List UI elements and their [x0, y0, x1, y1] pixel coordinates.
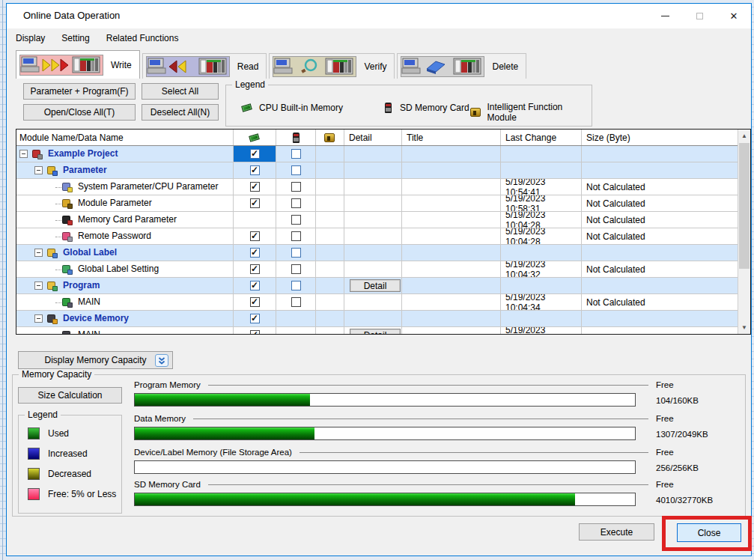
cell-cpu-memory[interactable]: ✓ [234, 195, 276, 211]
cell-sd-card[interactable] [276, 212, 316, 228]
cell-cpu-memory[interactable]: ✓ [234, 294, 276, 310]
column-ifm[interactable] [316, 130, 344, 145]
column-title[interactable]: Title [402, 130, 501, 145]
checkbox-cpu-memory[interactable]: ✓ [250, 182, 260, 192]
titlebar[interactable]: Online Data Operation ✕ [7, 4, 751, 28]
scroll-down-icon[interactable]: ▼ [738, 321, 750, 334]
tree-item[interactable]: Memory Card Parameter [16, 212, 234, 228]
checkbox-cpu-memory[interactable]: ✓ [250, 281, 260, 290]
checkbox-sd-card[interactable] [291, 165, 301, 175]
tree-collapse-icon[interactable] [34, 166, 43, 174]
tree-item[interactable]: MAIN [16, 327, 234, 335]
cell-sd-card[interactable] [276, 245, 316, 261]
parameter-program-button[interactable]: Parameter + Program(F) [23, 83, 136, 100]
column-detail[interactable]: Detail [344, 130, 402, 145]
tree-collapse-icon[interactable] [34, 249, 43, 257]
cell-ifm [316, 179, 344, 195]
tree-item[interactable]: Device Memory [16, 311, 234, 326]
checkbox-sd-card[interactable] [291, 231, 301, 241]
tree-item[interactable]: System Parameter/CPU Parameter [16, 179, 234, 195]
tab-verify[interactable]: Verify [269, 53, 395, 79]
display-memory-capacity-button[interactable]: Display Memory Capacity [18, 351, 173, 369]
detail-button[interactable]: Detail [350, 279, 401, 292]
checkbox-cpu-memory[interactable]: ✓ [250, 198, 260, 208]
tree-item[interactable]: Global Label [16, 245, 234, 261]
cell-sd-card[interactable] [276, 179, 316, 195]
checkbox-cpu-memory[interactable]: ✓ [250, 264, 260, 274]
column-module-name[interactable]: Module Name/Data Name [16, 130, 234, 145]
tab-delete-label: Delete [489, 61, 521, 72]
cell-sd-card[interactable] [276, 294, 316, 310]
scrollbar-thumb[interactable] [739, 143, 750, 269]
cell-cpu-memory[interactable]: ✓ [234, 228, 276, 244]
cell-cpu-memory[interactable]: ✓ [234, 179, 276, 195]
tab-write[interactable]: Write [16, 50, 140, 79]
tree-item[interactable]: Module Parameter [16, 195, 234, 211]
legend-cpu-label: CPU Built-in Memory [259, 103, 343, 113]
table-scrollbar[interactable]: ▲ ▼ [738, 130, 750, 334]
cell-sd-card[interactable] [276, 228, 316, 244]
tree-collapse-icon[interactable] [34, 314, 43, 323]
close-window-button[interactable]: ✕ [717, 4, 751, 28]
cell-sd-card[interactable] [276, 278, 316, 293]
execute-button[interactable]: Execute [579, 523, 654, 541]
checkbox-cpu-memory[interactable]: ✓ [250, 248, 260, 258]
tree-collapse-icon[interactable] [19, 150, 28, 158]
tree-item[interactable]: Parameter [16, 162, 234, 178]
cell-sd-card[interactable] [276, 311, 316, 326]
checkbox-cpu-memory[interactable]: ✓ [250, 297, 260, 307]
cpu-built-in-memory-icon [241, 102, 254, 114]
column-cpu-memory[interactable] [234, 130, 276, 145]
tree-item[interactable]: Program [16, 278, 234, 293]
minimize-button[interactable] [648, 4, 682, 28]
checkbox-cpu-memory[interactable]: ✓ [250, 149, 260, 159]
cell-sd-card[interactable] [276, 162, 316, 178]
checkbox-sd-card[interactable] [291, 198, 301, 208]
checkbox-sd-card[interactable] [291, 264, 301, 274]
checkbox-sd-card[interactable] [291, 182, 301, 192]
menu-setting[interactable]: Setting [54, 30, 97, 46]
cell-cpu-memory[interactable]: ✓ [234, 278, 276, 293]
cell-sd-card[interactable] [276, 327, 316, 335]
checkbox-cpu-memory[interactable]: ✓ [250, 314, 260, 323]
checkbox-cpu-memory[interactable]: ✓ [250, 231, 260, 241]
scroll-up-icon[interactable]: ▲ [738, 130, 750, 142]
checkbox-cpu-memory[interactable]: ✓ [250, 165, 260, 175]
checkbox-sd-card[interactable] [291, 149, 301, 159]
cell-cpu-memory[interactable] [234, 212, 276, 228]
write-icon [19, 55, 103, 76]
cell-cpu-memory[interactable]: ✓ [234, 146, 276, 162]
cell-cpu-memory[interactable]: ✓ [234, 162, 276, 178]
checkbox-sd-card[interactable] [291, 215, 301, 225]
checkbox-sd-card[interactable] [291, 281, 301, 290]
deselect-all-button[interactable]: Deselect All(N) [142, 104, 219, 121]
tab-read[interactable]: Read [142, 53, 267, 79]
checkbox-sd-card[interactable] [291, 248, 301, 258]
column-sd-card[interactable] [276, 130, 316, 145]
cell-sd-card[interactable] [276, 146, 316, 162]
column-size[interactable]: Size (Byte) [582, 130, 726, 145]
tree-collapse-icon[interactable] [34, 281, 43, 290]
cell-title [402, 146, 501, 162]
menu-display[interactable]: Display [8, 30, 52, 46]
cell-cpu-memory[interactable]: ✓ [234, 245, 276, 261]
tree-item[interactable]: Global Label Setting [16, 261, 234, 277]
cell-cpu-memory[interactable]: ✓ [234, 327, 276, 335]
cell-sd-card[interactable] [276, 261, 316, 277]
tree-item[interactable]: Example Project [16, 146, 234, 162]
menu-related-functions[interactable]: Related Functions [99, 30, 186, 46]
select-all-button[interactable]: Select All [142, 83, 219, 100]
tree-item[interactable]: MAIN [16, 294, 234, 310]
cell-cpu-memory[interactable]: ✓ [234, 261, 276, 277]
detail-button[interactable]: Detail [350, 329, 401, 335]
checkbox-cpu-memory[interactable]: ✓ [250, 330, 260, 335]
cell-sd-card[interactable] [276, 195, 316, 211]
cell-title [402, 294, 501, 310]
tree-item[interactable]: Remote Password [16, 228, 234, 244]
column-last-change[interactable]: Last Change [501, 130, 582, 145]
checkbox-sd-card[interactable] [291, 297, 301, 307]
open-close-all-button[interactable]: Open/Close All(T) [23, 104, 136, 121]
size-calculation-button[interactable]: Size Calculation [18, 387, 122, 404]
cell-cpu-memory[interactable]: ✓ [234, 311, 276, 326]
tab-delete[interactable]: Delete [397, 53, 526, 79]
